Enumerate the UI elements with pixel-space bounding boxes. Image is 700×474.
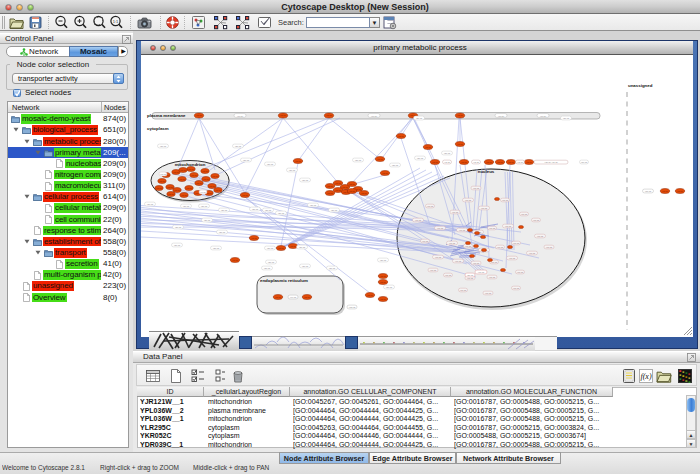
svg-text:Yg-(s): Yg-(s) xyxy=(444,161,450,163)
svg-text:Ydr-(s): Ydr-(s) xyxy=(167,186,173,188)
svg-text:Ynl-(s): Ynl-(s) xyxy=(497,246,504,248)
svg-text:Ynl-(s): Ynl-(s) xyxy=(513,287,520,289)
svg-text:Ydr-(s): Ydr-(s) xyxy=(361,192,367,194)
svg-text:Ydr-(s): Ydr-(s) xyxy=(432,161,438,163)
svg-text:Ydr-(s): Ydr-(s) xyxy=(398,135,404,137)
svg-text:Yg-(s): Yg-(s) xyxy=(473,161,479,163)
svg-text:Yg-(s): Yg-(s) xyxy=(517,161,523,163)
svg-text:Ynl-(s): Ynl-(s) xyxy=(415,219,422,221)
svg-text:nucleus: nucleus xyxy=(478,169,495,174)
svg-text:Ybr-(s): Ybr-(s) xyxy=(201,205,208,207)
svg-text:Ybr-(s): Ybr-(s) xyxy=(243,159,250,161)
svg-text:Ydr-(s): Ydr-(s) xyxy=(367,294,373,296)
svg-text:Ynl-(s): Ynl-(s) xyxy=(422,240,429,242)
svg-text:Ypr-(s): Ypr-(s) xyxy=(581,161,588,163)
svg-text:Ydr-(s): Ydr-(s) xyxy=(645,190,652,192)
svg-text:Ydr-(s): Ydr-(s) xyxy=(457,143,463,145)
svg-text:Ynl-(s): Ynl-(s) xyxy=(529,252,536,254)
svg-text:Ydr-(s): Ydr-(s) xyxy=(377,158,383,160)
svg-text:Yml-(s): Yml-(s) xyxy=(348,306,355,308)
svg-text:Ydr-(s): Ydr-(s) xyxy=(232,259,238,261)
svg-text:Ybr-(s): Ybr-(s) xyxy=(302,179,309,181)
svg-text:Ybr-(s): Ybr-(s) xyxy=(563,117,570,119)
svg-text:Ydr-(s): Ydr-(s) xyxy=(677,190,683,192)
svg-text:Ybr-(s): Ybr-(s) xyxy=(267,163,274,165)
svg-text:Ybr-(s): Ybr-(s) xyxy=(175,226,182,228)
svg-text:Ydr-(s): Ydr-(s) xyxy=(156,187,162,189)
svg-text:Ynl-(s): Ynl-(s) xyxy=(489,276,496,278)
svg-text:Ybr-(s): Ybr-(s) xyxy=(235,145,242,147)
svg-text:Ynl-(s): Ynl-(s) xyxy=(445,274,452,276)
svg-text:Ydr-(s): Ydr-(s) xyxy=(280,114,286,116)
svg-text:Ynl-(s): Ynl-(s) xyxy=(465,245,472,247)
svg-text:Ydr-(s): Ydr-(s) xyxy=(191,174,197,176)
svg-text:1:1: 1:1 xyxy=(113,19,119,24)
svg-text:Ydl-(s): Ydl-(s) xyxy=(478,271,485,273)
svg-text:Yer-(s): Yer-(s) xyxy=(290,296,297,298)
svg-text:Ynl-(s): Ynl-(s) xyxy=(485,292,492,294)
svg-text:Ynl-(s): Ynl-(s) xyxy=(521,213,528,215)
svg-text:Ynl-(s): Ynl-(s) xyxy=(435,256,442,258)
svg-text:Ydr-(s): Ydr-(s) xyxy=(278,247,284,249)
svg-text:Ydr-(s): Ydr-(s) xyxy=(180,169,186,171)
svg-text:Ynl-(s): Ynl-(s) xyxy=(449,242,456,244)
svg-text:Ydr-(s): Ydr-(s) xyxy=(342,186,348,188)
svg-text:Ynl-(s): Ynl-(s) xyxy=(509,257,516,259)
svg-text:Ym-(s): Ym-(s) xyxy=(160,173,167,175)
svg-text:Ydr-(s): Ydr-(s) xyxy=(326,114,332,116)
svg-text:cytoplasm: cytoplasm xyxy=(147,126,169,131)
svg-text:Ybr-(s): Ybr-(s) xyxy=(252,208,259,210)
svg-text:Ydr-(s): Ydr-(s) xyxy=(380,281,386,283)
svg-text:mitochondrion: mitochondrion xyxy=(175,162,206,167)
svg-text:Ybr-(s): Ybr-(s) xyxy=(355,159,362,161)
svg-text:Ydr-(s): Ydr-(s) xyxy=(349,190,355,192)
svg-text:Ydr-(s): Ydr-(s) xyxy=(181,194,187,196)
svg-text:Ybr-(s): Ybr-(s) xyxy=(302,265,309,267)
svg-text:Ynl-(s): Ynl-(s) xyxy=(502,199,509,201)
svg-text:Ykl-(s): Ykl-(s) xyxy=(498,115,505,117)
svg-text:Ybr-(s): Ybr-(s) xyxy=(386,286,393,288)
svg-text:Ynl-(s): Ynl-(s) xyxy=(452,211,459,213)
svg-text:Ydr-(s): Ydr-(s) xyxy=(497,161,503,163)
svg-text:Ybr-(s): Ybr-(s) xyxy=(213,247,220,249)
svg-text:Ydr-(s): Ydr-(s) xyxy=(486,161,492,163)
svg-text:Ydr-(s): Ydr-(s) xyxy=(202,170,208,172)
svg-text:Yk-(s): Yk-(s) xyxy=(200,191,206,193)
svg-text:Ydr-(s): Ydr-(s) xyxy=(251,237,257,239)
svg-text:Ydr-(s): Ydr-(s) xyxy=(461,161,467,163)
svg-text:Ybr-(s): Ybr-(s) xyxy=(299,246,306,248)
svg-text:Ynl-(s): Ynl-(s) xyxy=(430,269,437,271)
svg-text:Ybr-(s): Ybr-(s) xyxy=(417,157,424,159)
svg-text:Ybr-(s): Ybr-(s) xyxy=(267,247,274,249)
svg-text:Ydr-(s): Ydr-(s) xyxy=(209,185,215,187)
svg-text:Ykl-(s): Ykl-(s) xyxy=(540,115,547,117)
svg-text:Ydr-(s): Ydr-(s) xyxy=(526,161,532,163)
svg-text:Ydr-(s): Ydr-(s) xyxy=(304,296,310,298)
svg-text:Ynl-(s): Ynl-(s) xyxy=(481,207,488,209)
svg-text:Ybr-(s): Ybr-(s) xyxy=(147,203,154,205)
svg-text:Ydr-(s): Ydr-(s) xyxy=(215,189,221,191)
svg-text:Ybr-(s): Ybr-(s) xyxy=(289,169,296,171)
svg-text:Ynl-(s): Ynl-(s) xyxy=(460,289,467,291)
svg-text:Ydr-(s): Ydr-(s) xyxy=(380,298,386,300)
svg-text:Ynl-(s): Ynl-(s) xyxy=(513,242,520,244)
svg-text:Ydr-(s): Ydr-(s) xyxy=(196,182,202,184)
svg-text:Ydr-(s): Ydr-(s) xyxy=(179,178,185,180)
svg-text:Ynl-(s): Ynl-(s) xyxy=(465,199,472,201)
svg-text:Ybr-(s): Ybr-(s) xyxy=(264,267,271,269)
svg-text:Ydr-(s): Ydr-(s) xyxy=(425,146,431,148)
svg-text:Ynl-(s): Ynl-(s) xyxy=(489,227,496,229)
svg-text:Ydr-(s): Ydr-(s) xyxy=(188,168,194,170)
svg-text:Ynl-(s): Ynl-(s) xyxy=(467,277,474,279)
svg-text:Ydr-(s): Ydr-(s) xyxy=(295,160,301,162)
svg-text:plasma membrane: plasma membrane xyxy=(147,113,186,118)
svg-text:Ydr-(s): Ydr-(s) xyxy=(186,187,192,189)
svg-text:Ybr-(s): Ybr-(s) xyxy=(380,259,387,261)
svg-text:Ydr-(s): Ydr-(s) xyxy=(242,194,248,196)
svg-text:Ydr-(s): Ydr-(s) xyxy=(173,171,179,173)
svg-text:Ybr-(s): Ybr-(s) xyxy=(329,267,336,269)
svg-text:Ybr-(s): Ybr-(s) xyxy=(444,152,451,154)
svg-text:Ydr-(s): Ydr-(s) xyxy=(327,192,333,194)
svg-text:unassigned: unassigned xyxy=(628,83,653,88)
svg-text:endoplasmic reticulum: endoplasmic reticulum xyxy=(260,278,308,283)
